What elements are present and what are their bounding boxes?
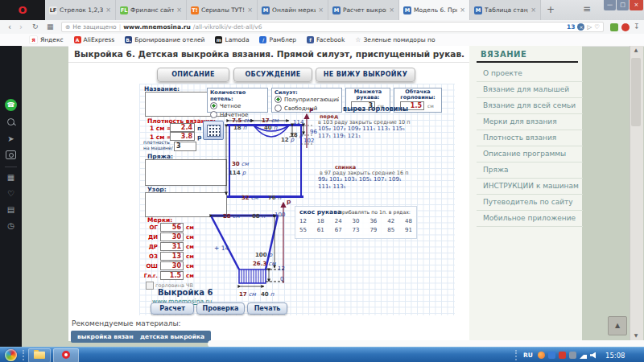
tab-close-icon[interactable]: ×	[247, 6, 253, 14]
download-icon[interactable]: ↧	[634, 20, 640, 34]
neckline-header: вырез горловины	[343, 105, 408, 113]
url-path: /all-vikrolki/v-det-all/v6	[193, 23, 262, 31]
sidebar-item-family[interactable]: Вязание для всей семьи	[477, 98, 583, 114]
materials-label: Рекомендуемые материалы:	[72, 319, 181, 327]
plugin-icon[interactable]	[610, 23, 618, 31]
scroll-to-top-button[interactable]: ▲	[608, 316, 627, 335]
back-icon[interactable]: ‹	[8, 20, 11, 34]
bookmark-heart-icon[interactable]: ♡	[594, 23, 600, 31]
whatsapp-icon[interactable]: ☎	[0, 99, 22, 111]
history-icon[interactable]: ◷	[0, 221, 22, 230]
tab-favicon: М	[262, 6, 270, 14]
screen: O LF Стрелок 1,2,3 сезон смотре × FL Фри…	[0, 0, 644, 362]
bookmark-item[interactable]: ☆ Зеленые помидоры по	[355, 36, 435, 43]
scrollbar-up-icon[interactable]: ▲	[630, 47, 642, 52]
language-indicator[interactable]: RU	[523, 352, 533, 359]
taskbar-explorer-button[interactable]	[28, 348, 51, 362]
neckline-front-rows: 105₂ 107₂ 109₂ 111₁ 113₁ 115₁ 117₁ 119₁ …	[318, 125, 416, 139]
row-mark-96: 96	[310, 129, 317, 135]
tab-close-icon[interactable]: ×	[460, 6, 465, 14]
messenger-icon[interactable]: ➤	[0, 134, 22, 143]
bookmarks-heart-icon[interactable]: ♡	[0, 189, 22, 198]
window-close-button[interactable]: ×	[630, 0, 643, 10]
browser-tab[interactable]: LF Стрелок 1,2,3 сезон смотре ×	[45, 0, 116, 20]
neckline-front-rule: в 103 раду закрыть средние 10 п	[318, 119, 411, 125]
folder-icon	[34, 352, 45, 359]
tab-discussion[interactable]: ОБСУЖДЕНИЕ	[233, 68, 312, 82]
bookmark-item[interactable]: Я Яндекс	[29, 35, 64, 44]
site-info-icon[interactable]: ⊕	[65, 23, 70, 31]
sidebar-item-babies[interactable]: Вязание для малышей	[477, 82, 583, 98]
title-divider	[68, 62, 469, 63]
tab-favicon: М	[474, 6, 482, 14]
vk-extension-icon[interactable]: ×	[577, 23, 584, 31]
browser-tab-bar: O LF Стрелок 1,2,3 сезон смотре × FL Фри…	[0, 0, 644, 21]
search-icon[interactable]	[0, 118, 22, 127]
tray-update-icon[interactable]	[548, 352, 555, 359]
adblock-icon[interactable]	[621, 23, 630, 31]
material-tag[interactable]: детская выкройка	[134, 331, 211, 343]
tab-close-icon[interactable]: ×	[105, 6, 111, 14]
new-tab-button[interactable]: +	[544, 3, 557, 16]
windows-taskbar: RU 15:08	[0, 347, 644, 362]
scrollbar-down-icon[interactable]: ▼	[630, 332, 642, 338]
speed-dial-icon[interactable]: ▦	[47, 20, 54, 34]
tab-favicon: LF	[49, 6, 57, 14]
bookmark-item[interactable]: / Рамблер	[259, 36, 296, 43]
browser-tab[interactable]: FL Фриланс сайт удаленной ра ×	[116, 0, 187, 20]
bookmarks-bar: Я Яндекс A AliExpress B. Бронирование от…	[0, 34, 644, 47]
scrollbar-thumb[interactable]	[631, 58, 641, 126]
lamoda-icon: m	[215, 36, 222, 43]
tab-no-pattern[interactable]: НЕ ВИЖУ ВЫКРОЙКУ	[316, 68, 415, 82]
bookmark-item[interactable]: B. Бронирование отелей	[125, 36, 204, 43]
sidebar-item-yarn[interactable]: Пряжа	[477, 162, 583, 179]
bookmark-item[interactable]: f Facebook	[307, 36, 345, 43]
sleeve-slope-rule: прибавлять по 1п. в рядах:	[339, 209, 411, 215]
sidebar-item-measures[interactable]: Мерки для вязания	[477, 114, 583, 130]
sidebar-item-guide[interactable]: Путеводитель по сайту	[477, 195, 583, 211]
row-mark-114: 114	[293, 119, 303, 125]
yandex-icon: Я	[29, 35, 38, 44]
news-icon[interactable]: ▤	[0, 205, 22, 214]
star-icon: ☆	[355, 36, 361, 43]
browser-tab[interactable]: М Таблица стандартных разм ×	[470, 0, 541, 20]
instagram-icon[interactable]	[0, 150, 22, 161]
sidebar-item-mobile[interactable]: Мобильное приложение	[477, 211, 583, 227]
tray-security-icon[interactable]	[569, 352, 576, 359]
opera-menu-button[interactable]: O	[0, 0, 45, 20]
sidebar-item-density[interactable]: Плотность вязания	[477, 130, 583, 146]
browser-tab[interactable]: М Расчет выкройки вязания о ×	[328, 0, 399, 20]
url-field[interactable]: ⊕ Не защищено | www.mnemosina.ru/all-vik…	[61, 22, 604, 32]
bookmark-item[interactable]: m Lamoda	[215, 36, 249, 43]
forward-icon[interactable]: ›	[19, 20, 23, 34]
window-minimize-button[interactable]: —	[604, 0, 616, 10]
tab-description[interactable]: ОПИСАНИЕ	[157, 68, 229, 82]
speed-dial-icon[interactable]: ▦	[0, 173, 22, 182]
sleeve-increase: + 14	[214, 245, 229, 252]
sidebar-item-about[interactable]: О проекте	[477, 66, 583, 82]
menu-icon[interactable]: ≡	[583, 3, 591, 14]
browser-tab[interactable]: М Онлайн мерки для вязани ×	[258, 0, 328, 20]
sidebar-item-instructions[interactable]: ИНСТРУКЦИИ к машинам	[477, 179, 583, 195]
browser-tab-active[interactable]: М Модель 6. Программа для в ×	[399, 0, 470, 20]
tab-close-icon[interactable]: ×	[530, 6, 536, 14]
tray-browser-icon[interactable]	[538, 352, 545, 359]
tab-close-icon[interactable]: ×	[318, 6, 324, 14]
browser-tab[interactable]: Т! Сериалы ТУТ! Сериалы онл ×	[187, 0, 258, 20]
page-title: Выкройка 6. Детская выкройка вязания. Пр…	[74, 49, 465, 59]
tray-antivirus-icon[interactable]	[559, 352, 566, 359]
tab-close-icon[interactable]: ×	[389, 6, 394, 14]
reload-icon[interactable]: ↻	[32, 20, 39, 34]
extension-badge[interactable]: 13	[567, 23, 575, 31]
share-icon[interactable]: ▷	[587, 23, 592, 31]
window-restore-button[interactable]: □	[617, 0, 629, 10]
sidebar-item-program[interactable]: Описание программы	[477, 146, 583, 162]
taskbar-clock[interactable]: 15:08	[605, 352, 625, 360]
start-button[interactable]	[5, 349, 17, 361]
address-bar: ‹ › ↻ ▦ ⊕ Не защищено | www.mnemosina.ru…	[0, 20, 644, 35]
taskbar-opera-button[interactable]	[53, 348, 79, 362]
bookmark-item[interactable]: A AliExpress	[74, 36, 115, 43]
volume-icon[interactable]	[590, 352, 596, 359]
tab-close-icon[interactable]: ×	[176, 6, 182, 14]
network-icon[interactable]	[580, 352, 587, 359]
